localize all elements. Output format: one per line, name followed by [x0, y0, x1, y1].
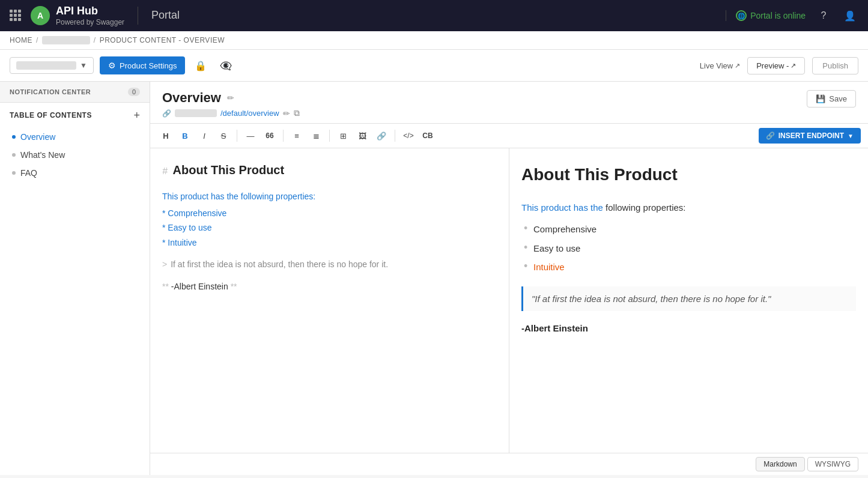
bold-button[interactable]: B — [177, 127, 193, 144]
chevron-down-icon: ▼ — [80, 61, 87, 70]
editor-list-item-3: * Intuitive — [162, 236, 497, 249]
toc-item-label: FAQ — [20, 168, 37, 178]
breadcrumb-redacted — [42, 36, 90, 44]
markdown-editor[interactable]: # About This Product This product has th… — [150, 148, 509, 453]
page-header: Overview ✏ 🔗 /default/overview ✏ ⧉ 💾 Sav… — [150, 82, 868, 124]
lock-icon[interactable]: 🔒 — [191, 56, 210, 75]
page-title: Overview — [162, 90, 221, 106]
table-button[interactable]: ⊞ — [335, 127, 351, 144]
copy-url-icon[interactable]: ⧉ — [294, 108, 300, 118]
markdown-mode-button[interactable]: Markdown — [756, 457, 804, 471]
editor-list-item-2: * Easy to use — [162, 221, 497, 234]
breadcrumb-sep2: / — [94, 36, 96, 44]
strikethrough-button[interactable]: S — [215, 127, 232, 144]
hash-symbol: # — [162, 165, 168, 180]
toc-bullet-inactive — [12, 171, 16, 175]
url-path: /default/overview — [220, 109, 279, 118]
preview-button[interactable]: Preview - ↗ — [747, 57, 805, 74]
app-subtitle: Powered by Swagger — [56, 18, 124, 26]
toolbar-sep4 — [395, 130, 395, 142]
toolbar-sep2 — [283, 130, 284, 142]
italic-button[interactable]: I — [196, 127, 213, 144]
toc-items: Overview What's New FAQ — [0, 126, 150, 184]
insert-endpoint-button[interactable]: 🔗 INSERT ENDPOINT ▼ — [759, 128, 861, 144]
editor-bottom-bar: Markdown WYSIWYG — [150, 453, 868, 475]
edit-url-icon[interactable]: ✏ — [283, 109, 290, 118]
editor-heading-row: # About This Product — [162, 160, 497, 180]
sidebar: NOTIFICATION CENTER 0 TABLE OF CONTENTS … — [0, 82, 150, 475]
breadcrumb-home[interactable]: HOME — [10, 36, 32, 44]
bold-asterisk-open: ** — [162, 282, 169, 291]
unordered-list-button[interactable]: ≡ — [288, 127, 305, 144]
cb-button[interactable]: CB — [419, 127, 436, 144]
app-name: API Hub — [56, 5, 124, 18]
editor-list-item-1: * Comprehensive — [162, 207, 497, 220]
preview-pane: About This Product This product has the … — [509, 148, 868, 453]
link-button[interactable]: 🔗 — [373, 127, 390, 144]
live-view-link[interactable]: Live View ↗ — [700, 61, 740, 70]
editor-split: # About This Product This product has th… — [150, 148, 868, 453]
preview-list: Comprehensive Easy to use Intuitive — [521, 220, 856, 277]
user-icon[interactable]: 👤 — [842, 7, 858, 24]
toolbar-sep1 — [237, 130, 237, 142]
toc-item-whats-new[interactable]: What's New — [0, 146, 150, 164]
toc-item-faq[interactable]: FAQ — [0, 164, 150, 182]
edit-title-icon[interactable]: ✏ — [227, 93, 234, 103]
preview-heading: About This Product — [521, 160, 856, 189]
toc-bullet-inactive — [12, 153, 16, 157]
code-button[interactable]: </> — [400, 127, 417, 144]
caret-down-icon: ▼ — [848, 133, 854, 139]
portal-status: 🌐 Portal is online — [726, 10, 806, 21]
nav-divider — [138, 7, 138, 25]
preview-author: -Albert Einstein — [521, 321, 856, 336]
preview-paragraph: This product has the following propertie… — [521, 200, 856, 216]
notification-badge: 0 — [128, 88, 140, 96]
external-link-icon: ↗ — [735, 62, 740, 70]
editor-paragraph: This product has the following propertie… — [162, 190, 497, 203]
preview-list-item-1: Comprehensive — [521, 220, 856, 239]
blockquote-button[interactable]: 66 — [261, 127, 278, 144]
page-toolbar: ▼ ⚙ Product Settings 🔒 👁‍🗨 Live View ↗ P… — [0, 50, 868, 82]
link-endpoint-icon: 🔗 — [766, 132, 775, 140]
preview-list-item-2: Easy to use — [521, 239, 856, 258]
toc-add-button[interactable]: + — [133, 110, 140, 121]
rule-button[interactable]: — — [242, 127, 259, 144]
product-settings-button[interactable]: ⚙ Product Settings — [100, 56, 185, 74]
portal-label: Portal — [151, 9, 180, 22]
url-redacted — [175, 109, 217, 117]
save-button[interactable]: 💾 Save — [807, 90, 856, 107]
editor-blockquote: > If at first the idea is not absurd, th… — [162, 258, 497, 271]
breadcrumb-sep1: / — [36, 36, 38, 44]
heading-button[interactable]: H — [157, 127, 174, 144]
notification-center-label: NOTIFICATION CENTER — [10, 88, 91, 95]
visibility-off-icon[interactable]: 👁‍🗨 — [216, 56, 235, 75]
settings-icon: ⚙ — [108, 61, 116, 70]
toc-item-overview[interactable]: Overview — [0, 128, 150, 146]
blockquote-arrow: > — [162, 258, 167, 271]
editor-toolbar: H B I S — 66 ≡ ≣ ⊞ 🖼 🔗 </> CB 🔗 INSERT E… — [150, 124, 868, 148]
bold-asterisk-close: ** — [231, 282, 237, 291]
breadcrumb-current: PRODUCT CONTENT - OVERVIEW — [100, 36, 225, 44]
toc-header: TABLE OF CONTENTS + — [0, 103, 150, 126]
toolbar-sep3 — [329, 130, 330, 142]
toc-item-label: Overview — [20, 132, 55, 142]
logo-icon: A — [31, 6, 50, 25]
editor-author: ** -Albert Einstein ** — [162, 280, 497, 293]
product-selector[interactable]: ▼ — [10, 57, 94, 74]
url-link-icon: 🔗 — [162, 109, 171, 118]
wysiwyg-mode-button[interactable]: WYSIWYG — [807, 457, 858, 471]
preview-blockquote: "If at first the idea is not absurd, the… — [521, 286, 856, 312]
editor-heading-text: About This Product — [173, 160, 285, 180]
main-layout: NOTIFICATION CENTER 0 TABLE OF CONTENTS … — [0, 82, 868, 475]
top-navigation: A API Hub Powered by Swagger Portal 🌐 Po… — [0, 0, 868, 31]
ordered-list-button[interactable]: ≣ — [308, 127, 324, 144]
content-area: Overview ✏ 🔗 /default/overview ✏ ⧉ 💾 Sav… — [150, 82, 868, 475]
notification-center: NOTIFICATION CENTER 0 — [0, 82, 150, 103]
grid-menu-icon[interactable] — [10, 10, 21, 21]
image-button[interactable]: 🖼 — [354, 127, 371, 144]
help-icon[interactable]: ? — [815, 7, 832, 24]
breadcrumb: HOME / / PRODUCT CONTENT - OVERVIEW — [0, 31, 868, 50]
preview-list-item-3: Intuitive — [521, 258, 856, 277]
publish-button[interactable]: Publish — [812, 57, 858, 74]
preview-ext-icon: ↗ — [791, 62, 796, 70]
